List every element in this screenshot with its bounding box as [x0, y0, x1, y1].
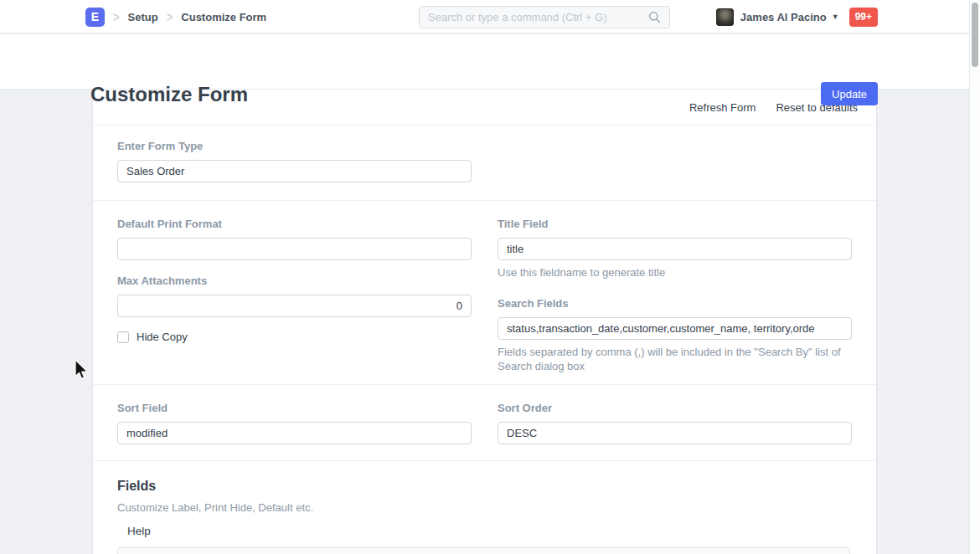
sort-order-column: Sort Order — [498, 402, 852, 460]
fields-help-label: Help — [127, 525, 850, 537]
properties-right-column: Title Field Use this fieldname to genera… — [498, 218, 852, 384]
properties-left-column: Default Print Format Max Attachments Hid… — [117, 218, 472, 384]
page-title: Customize Form — [90, 83, 248, 106]
default-print-format-input[interactable] — [117, 238, 472, 260]
refresh-form-button[interactable]: Refresh Form — [689, 101, 756, 114]
scrollbar-thumb[interactable] — [972, 3, 978, 67]
notification-badge[interactable]: 99+ — [849, 8, 878, 27]
form-type-input[interactable] — [117, 160, 472, 182]
search-fields-help: Fields separated by comma (,) will be in… — [498, 345, 852, 373]
hide-copy-checkbox-row[interactable]: Hide Copy — [117, 331, 472, 343]
sort-order-input[interactable] — [498, 422, 852, 444]
app-logo[interactable]: E — [85, 8, 105, 27]
breadcrumb-customize-form[interactable]: Customize Form — [181, 11, 266, 23]
form-container: Refresh Form Reset to defaults Enter For… — [92, 90, 877, 554]
search-fields-input[interactable] — [498, 317, 852, 340]
breadcrumb-setup[interactable]: Setup — [128, 11, 158, 23]
chevron-down-icon: ▼ — [832, 13, 839, 21]
search-icon — [648, 11, 661, 23]
user-name: James Al Pacino — [740, 11, 827, 23]
title-field-help: Use this fieldname to generate title — [498, 265, 852, 280]
global-search — [419, 6, 670, 28]
user-avatar — [716, 8, 734, 26]
fields-section-title: Fields — [117, 478, 850, 494]
max-attachments-input[interactable] — [117, 295, 472, 317]
hide-copy-checkbox[interactable] — [117, 331, 129, 343]
breadcrumb: E > Setup > Customize Form — [85, 0, 266, 33]
navbar: E > Setup > Customize Form James Al Paci… — [0, 0, 980, 33]
section-sorting: Sort Field Sort Order — [93, 385, 876, 461]
mouse-cursor-icon — [74, 359, 89, 381]
sort-order-label: Sort Order — [498, 402, 852, 415]
hide-copy-label: Hide Copy — [137, 331, 188, 343]
chevron-right-icon: > — [113, 8, 120, 25]
sort-field-input[interactable] — [117, 422, 472, 444]
page-head: Customize Form Update — [0, 34, 980, 90]
search-input[interactable] — [428, 11, 648, 23]
sort-field-column: Sort Field — [117, 402, 472, 460]
title-field-input[interactable] — [498, 238, 852, 260]
fields-grid-top-edge — [117, 547, 850, 554]
navbar-right: James Al Pacino ▼ 99+ — [716, 0, 878, 33]
scrollbar-track[interactable] — [969, 0, 980, 554]
fields-section-subtitle: Customize Label, Print Hide, Default etc… — [117, 501, 850, 514]
user-menu[interactable]: James Al Pacino ▼ — [716, 8, 839, 26]
title-field-label: Title Field — [498, 218, 852, 231]
section-fields: Fields Customize Label, Print Hide, Defa… — [93, 461, 876, 554]
update-button[interactable]: Update — [821, 82, 878, 105]
sort-field-label: Sort Field — [117, 402, 472, 415]
customize-form-screen: E > Setup > Customize Form James Al Paci… — [0, 0, 980, 554]
search-fields-label: Search Fields — [498, 297, 852, 310]
max-attachments-label: Max Attachments — [117, 274, 472, 288]
chevron-right-icon: > — [167, 8, 173, 25]
section-properties: Default Print Format Max Attachments Hid… — [93, 201, 876, 385]
default-print-format-label: Default Print Format — [117, 218, 472, 231]
form-type-label: Enter Form Type — [117, 140, 850, 153]
section-form-type: Enter Form Type — [93, 126, 876, 201]
